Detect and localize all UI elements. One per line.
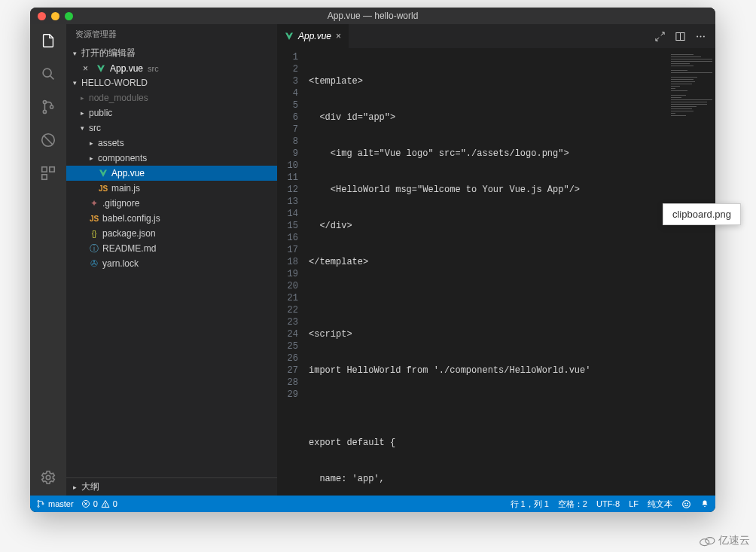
compare-icon[interactable] (654, 31, 666, 42)
file-app-vue[interactable]: App.vue (66, 166, 277, 181)
file-readme[interactable]: ⓘ README.md (66, 241, 277, 256)
code-content[interactable]: <template> <div id="app"> <img alt="Vue … (309, 51, 670, 496)
open-editors-section[interactable]: ▾ 打开的编辑器 (66, 44, 277, 62)
svg-point-4 (50, 105, 53, 108)
more-actions-icon[interactable] (695, 31, 706, 42)
file-label: README.md (102, 243, 156, 254)
svg-point-18 (38, 501, 39, 502)
bell-icon[interactable] (700, 499, 709, 508)
problems[interactable]: 0 0 (81, 499, 117, 508)
explorer-sidebar: 资源管理器 ▾ 打开的编辑器 × App.vue src ▾ HELLO-WOR… (66, 24, 277, 496)
folder-label: node_modules (89, 93, 148, 103)
language-mode[interactable]: 纯文本 (648, 499, 672, 510)
source-control-icon[interactable] (38, 96, 59, 117)
svg-point-29 (700, 539, 709, 546)
folder-label: public (89, 108, 112, 118)
folder-label: src (89, 123, 101, 133)
svg-point-3 (43, 110, 46, 113)
file-label: main.js (111, 183, 140, 194)
debug-icon[interactable] (38, 130, 59, 151)
outline-section[interactable]: ▸ 大纲 (66, 477, 277, 496)
close-tab-icon[interactable]: × (336, 31, 341, 41)
vue-file-icon (98, 169, 108, 178)
tab-app-vue[interactable]: App.vue × (277, 24, 349, 48)
cursor-position[interactable]: 行 1，列 1 (511, 499, 549, 510)
chevron-right-icon: ▸ (78, 109, 86, 117)
open-editor-item[interactable]: × App.vue src (66, 62, 277, 75)
editor: App.vue × 1234567891011121314151617 (277, 24, 715, 496)
workspace-section[interactable]: ▾ HELLO-WORLD (66, 75, 277, 90)
git-file-icon: ✦ (89, 198, 99, 209)
open-editor-dir: src (148, 64, 159, 73)
svg-point-25 (105, 506, 105, 507)
open-editor-filename: App.vue (110, 63, 143, 74)
file-tree: ▸ node_modules ▸ public ▾ src ▸ assets ▸ (66, 90, 277, 477)
window: App.vue — hello-world 资源管理器 (30, 8, 715, 512)
chevron-down-icon: ▾ (78, 124, 86, 132)
svg-point-16 (700, 35, 702, 37)
folder-label: assets (98, 138, 124, 148)
folder-node-modules[interactable]: ▸ node_modules (66, 90, 277, 105)
svg-point-17 (703, 35, 705, 37)
folder-label: components (98, 153, 147, 163)
vue-file-icon (285, 32, 294, 41)
clipboard-tooltip: clipboard.png (663, 203, 741, 225)
svg-point-2 (43, 101, 46, 104)
folder-public[interactable]: ▸ public (66, 105, 277, 120)
folder-components[interactable]: ▸ components (66, 151, 277, 166)
yarn-file-icon: ✇ (89, 258, 99, 269)
js-file-icon: JS (89, 215, 99, 223)
watermark: 亿速云 (699, 534, 750, 547)
svg-line-1 (50, 76, 54, 80)
svg-point-20 (42, 503, 44, 505)
branch-name: master (48, 499, 74, 508)
svg-line-12 (656, 37, 659, 40)
status-bar: master 0 0 行 1，列 1 空格：2 UTF-8 LF 纯文本 (30, 496, 715, 512)
svg-point-30 (706, 538, 715, 544)
file-gitignore[interactable]: ✦ .gitignore (66, 196, 277, 211)
chevron-right-icon: ▸ (87, 139, 95, 147)
code-area[interactable]: 1234567891011121314151617181920212223242… (277, 48, 715, 496)
svg-rect-7 (42, 167, 47, 172)
workspace-name: HELLO-WORLD (81, 78, 148, 88)
explorer-icon[interactable] (38, 30, 59, 51)
eol[interactable]: LF (629, 499, 639, 508)
folder-src[interactable]: ▾ src (66, 120, 277, 136)
settings-gear-icon[interactable] (38, 467, 59, 488)
warnings-count: 0 (113, 499, 117, 508)
editor-actions (645, 24, 715, 48)
activity-bar (30, 24, 66, 496)
js-file-icon: JS (98, 185, 108, 193)
split-editor-icon[interactable] (675, 31, 686, 42)
file-label: yarn.lock (102, 258, 139, 269)
file-label: .gitignore (102, 198, 139, 209)
sidebar-title: 资源管理器 (66, 24, 277, 44)
encoding[interactable]: UTF-8 (596, 499, 620, 508)
svg-rect-8 (50, 167, 54, 172)
feedback-icon[interactable] (681, 499, 691, 509)
file-package-json[interactable]: {} package.json (66, 226, 277, 241)
folder-assets[interactable]: ▸ assets (66, 136, 277, 151)
svg-line-6 (44, 136, 53, 145)
file-yarn-lock[interactable]: ✇ yarn.lock (66, 256, 277, 271)
close-editor-icon[interactable]: × (83, 63, 92, 74)
chevron-right-icon: ▸ (71, 483, 78, 491)
search-icon[interactable] (38, 63, 59, 84)
file-label: App.vue (111, 168, 145, 178)
window-title: App.vue — hello-world (30, 11, 715, 21)
info-file-icon: ⓘ (89, 242, 99, 255)
minimap[interactable] (670, 51, 715, 496)
svg-point-15 (697, 35, 698, 37)
file-label: babel.config.js (102, 213, 160, 224)
svg-rect-9 (42, 175, 47, 179)
indentation[interactable]: 空格：2 (558, 499, 587, 510)
svg-point-10 (46, 475, 50, 480)
file-main-js[interactable]: JS main.js (66, 181, 277, 196)
svg-point-0 (43, 69, 51, 77)
vue-file-icon (96, 64, 105, 73)
svg-point-19 (38, 506, 39, 508)
file-babel-config[interactable]: JS babel.config.js (66, 211, 277, 226)
git-branch[interactable]: master (36, 499, 74, 508)
chevron-down-icon: ▾ (71, 79, 78, 87)
extensions-icon[interactable] (38, 163, 59, 184)
